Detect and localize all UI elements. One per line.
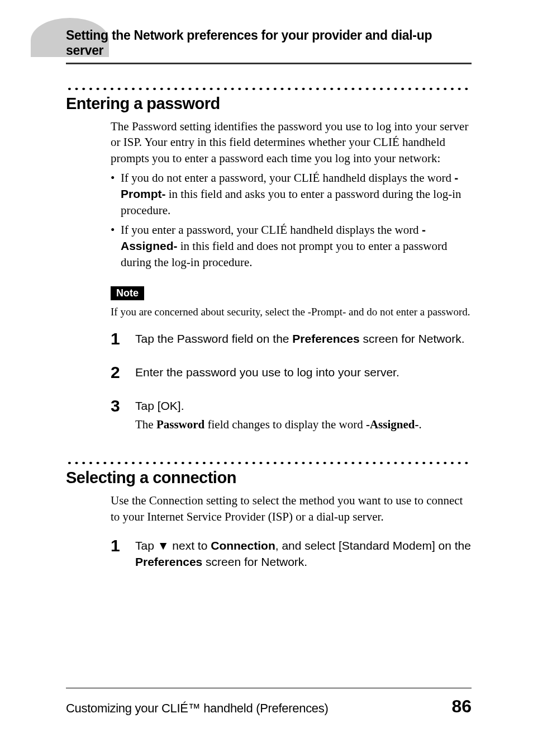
step-body: Tap the Password field on the Preference… (135, 330, 472, 347)
page-header-title: Setting the Network preferences for your… (66, 28, 472, 58)
dots-separator (66, 461, 472, 465)
header-rule (66, 63, 472, 64)
sub-mid: field changes to display the word (204, 418, 366, 431)
step-number: 1 (111, 537, 123, 554)
footer-rule (66, 688, 472, 688)
step-text-bold: Preferences (292, 332, 359, 345)
step-text-mid: next to (169, 539, 211, 552)
step-text-mid: , and select [Standard Modem] on the (275, 539, 471, 552)
bullet-text-pre: If you do not enter a password, your CLI… (121, 171, 454, 185)
dots-separator (66, 87, 472, 91)
step-instruction: Enter the password you use to log into y… (135, 364, 472, 380)
step-text-bold: Preferences (135, 555, 202, 568)
step-instruction: Tap [OK]. (135, 398, 472, 414)
sub-bold: -Assigned- (366, 418, 419, 431)
bullet-item: If you do not enter a password, your CLI… (111, 170, 472, 219)
intro-paragraph: Use the Connection setting to select the… (111, 493, 472, 525)
page-body: Entering a password The Password setting… (0, 87, 533, 570)
step-body: Enter the password you use to log into y… (135, 364, 472, 380)
step-instruction: Tap the Password field on the Preference… (135, 330, 472, 347)
footer-page-number: 86 (451, 696, 472, 717)
sub-post: . (418, 418, 421, 431)
footer-text: Customizing your CLIÉ™ handheld (Prefere… (66, 701, 329, 716)
step-text-post: screen for Network. (360, 332, 465, 345)
intro-paragraph: The Password setting identifies the pass… (111, 119, 472, 167)
step-number: 2 (111, 364, 123, 381)
sub-bold: Password (156, 418, 204, 431)
bullet-text-pre: If you enter a password, your CLIÉ handh… (121, 223, 422, 237)
sub-pre: The (135, 418, 156, 431)
step: 1 Tap ▼ next to Connection, and select [… (111, 537, 472, 570)
step-instruction: Tap ▼ next to Connection, and select [St… (135, 537, 472, 570)
step-text-pre: Tap the Password field on the (135, 332, 292, 345)
section-heading-selecting-connection: Selecting a connection (66, 469, 472, 487)
note-label: Note (111, 286, 144, 300)
bullet-text-post: in this field and asks you to enter a pa… (121, 187, 461, 217)
note-text: If you are concerned about security, sel… (111, 306, 472, 318)
step-number: 3 (111, 398, 123, 414)
step-body: Tap ▼ next to Connection, and select [St… (135, 537, 472, 570)
step-sub-text: The Password field changes to display th… (135, 417, 472, 433)
step-body: Tap [OK]. The Password field changes to … (135, 398, 472, 433)
step-text-bold: Connection (211, 539, 275, 552)
bullet-list: If you do not enter a password, your CLI… (111, 170, 472, 271)
step-text-post: screen for Network. (202, 555, 307, 568)
step-text-pre: Tap (135, 539, 158, 552)
page: Setting the Network preferences for your… (0, 0, 533, 756)
footer-row: Customizing your CLIÉ™ handheld (Prefere… (66, 696, 472, 717)
step: 1 Tap the Password field on the Preferen… (111, 330, 472, 347)
page-header: Setting the Network preferences for your… (0, 0, 533, 64)
page-footer: Customizing your CLIÉ™ handheld (Prefere… (66, 688, 472, 717)
step-number: 1 (111, 330, 123, 347)
triangle-down-icon: ▼ (158, 537, 169, 554)
section-heading-entering-password: Entering a password (66, 94, 472, 113)
step: 2 Enter the password you use to log into… (111, 364, 472, 381)
bullet-item: If you enter a password, your CLIÉ handh… (111, 222, 472, 271)
step: 3 Tap [OK]. The Password field changes t… (111, 398, 472, 433)
